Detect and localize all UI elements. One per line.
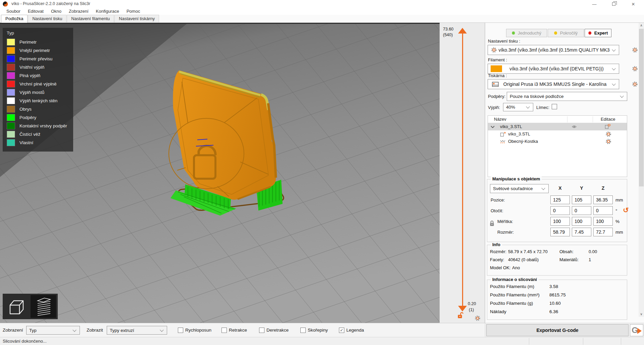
coordinate-system-select[interactable]: Světové souřadnice [490,184,549,193]
position-x-input[interactable] [550,195,570,204]
show-dropdown-label: Zobrazit [87,328,103,333]
rotate-z-input[interactable] [593,206,613,215]
supports-select[interactable]: Pouze na tiskové podložce [507,92,627,101]
uniform-scale-lock-icon[interactable] [489,220,495,226]
unlock-icon[interactable] [457,312,464,319]
show-select[interactable]: Typy extruzí [107,326,167,335]
retractions-checkbox[interactable] [221,328,227,333]
brim-label: Límec: [536,105,549,110]
filament-gear-icon[interactable] [632,66,638,72]
view-select[interactable]: Typ [26,326,80,335]
printer-select[interactable]: Original Prusa i3 MK3S MMU2S Single - Ka… [488,79,619,89]
title-bar: víko - PrusaSlicer-2.2.0 založený na Sli… [0,0,644,8]
export-gcode-button[interactable]: Exportovat G-code [486,324,629,336]
shells-checkbox[interactable] [300,328,306,333]
tab-nastaveni-filamentu[interactable]: Nastavení filamentu [67,15,114,22]
tab-podlozka[interactable]: Podložka [1,15,28,23]
viewport-3d[interactable]: Typ Perimetr Vnější perimetr Perimetr př… [0,23,440,323]
legend-item: Čistící věž [7,130,73,138]
menu-konfigurace[interactable]: Konfigurace [92,8,123,15]
object-row-modifier[interactable]: Obecný-Kostka [488,138,627,145]
cube-icon [7,297,26,316]
menu-pomoc[interactable]: Pomoc [123,8,144,15]
legend-item: Kontaktní vrstvy podpěr [7,122,73,130]
legend-item: Vnitřní výplň [7,63,73,71]
scroll-down-icon[interactable]: ∨ [639,311,644,317]
color-swatch [7,80,15,88]
mode-expert-button[interactable]: Expert [585,29,611,37]
layer-bottom-index: (1) [469,307,474,312]
object-row-root[interactable]: víko_3.STL [488,123,627,130]
layer-slider-track[interactable] [462,34,463,306]
menu-okno[interactable]: Okno [47,8,65,15]
tab-nastaveni-tiskarny[interactable]: Nastavení tiskárny [114,15,159,22]
slider-settings-gear-icon[interactable] [475,315,481,321]
restore-button[interactable] [606,0,622,8]
minimize-button[interactable]: — [587,0,602,8]
edit-object-icon[interactable] [605,124,610,129]
scale-x-input[interactable] [550,217,570,226]
modifier-gear-icon[interactable] [605,138,611,145]
infill-select[interactable]: 40% [503,103,533,111]
legend-item: Vrchní plné výplně [7,80,73,88]
info-volume-value: 0.00 [589,249,597,254]
slider-bottom-handle[interactable] [458,306,467,311]
print-settings-select[interactable]: víko.3mf (víko.3mf (víko.3mf (0.15mm QUA… [488,45,619,55]
size-z-input[interactable] [593,228,613,236]
mode-advanced-button[interactable]: Pokročilý [548,29,584,37]
bottom-toolbar: Zobrazení Typ Zobrazit Typy extruzí Rych… [0,323,485,337]
simple-mode-dot-icon [512,32,515,35]
filament-m-label: Použito Filamentu (m) [490,284,534,289]
legend-item: Perimetr [7,38,73,46]
slider-top-handle[interactable] [458,28,467,34]
gear-icon [491,47,497,53]
filament-select[interactable]: víko.3mf (víko.3mf (víko.3mf (DEVIL PETG… [488,64,619,74]
legend-item: Perimetr převisu [7,55,73,63]
eye-icon[interactable] [572,125,577,129]
position-label: Pozice: [491,197,505,203]
sliced-info-panel: Informace o slicování Použito Filamentu … [487,280,627,320]
scroll-up-icon[interactable]: ∧ [639,23,644,28]
expander-icon[interactable] [491,125,495,128]
position-z-input[interactable] [593,195,613,204]
size-y-input[interactable] [572,228,591,236]
scale-y-input[interactable] [572,217,591,226]
menu-soubor[interactable]: Soubor [3,8,24,15]
object-row-volume[interactable]: víko_3.STL [488,130,627,138]
legend-checkbox[interactable] [339,328,344,333]
right-panel-scrollbar[interactable]: ∧ ∨ [639,23,644,317]
position-y-input[interactable] [572,195,591,204]
chevron-down-icon [612,82,615,85]
print-settings-gear-icon[interactable] [632,47,638,53]
size-x-input[interactable] [550,228,570,236]
chevron-down-icon [612,66,615,70]
menu-bar: Soubor Editovat Okno Zobrazení Konfigura… [0,8,644,15]
gcode-quick-export-button[interactable]: G [630,324,643,336]
rotate-y-input[interactable] [572,206,591,215]
reset-rotation-icon[interactable]: ↺ [623,207,629,214]
mode-simple-button[interactable]: Jednoduchý [506,29,547,37]
view-mode-buttons [3,294,58,319]
scrollbar-thumb[interactable] [639,29,644,186]
scale-z-input[interactable] [593,217,613,226]
brim-checkbox[interactable] [552,104,557,109]
name-column-header[interactable]: Název [494,117,506,122]
chevron-down-icon [620,94,624,98]
menu-editovat[interactable]: Editovat [24,8,47,15]
restore-icon [612,2,615,6]
printer-label: Tiskárna : [488,73,507,78]
volume-gear-icon[interactable] [605,131,611,137]
close-button[interactable]: ✕ [626,0,641,8]
tab-nastaveni-tisku[interactable]: Nastavení tisku [28,15,66,22]
editor-view-button[interactable] [4,295,29,318]
print-settings-label: Nastavení tisku : [488,39,520,44]
menu-zobrazeni[interactable]: Zobrazení [65,8,92,15]
legend-item: Obrys [7,105,73,113]
edit-column-header[interactable]: Editace [601,117,615,122]
printer-gear-icon[interactable] [632,81,638,87]
rotate-x-input[interactable] [550,206,570,215]
unretractions-checkbox[interactable] [259,328,264,333]
retractions-label: Retrakce [229,328,247,333]
travel-checkbox[interactable] [178,328,183,333]
preview-view-button[interactable] [31,295,56,318]
